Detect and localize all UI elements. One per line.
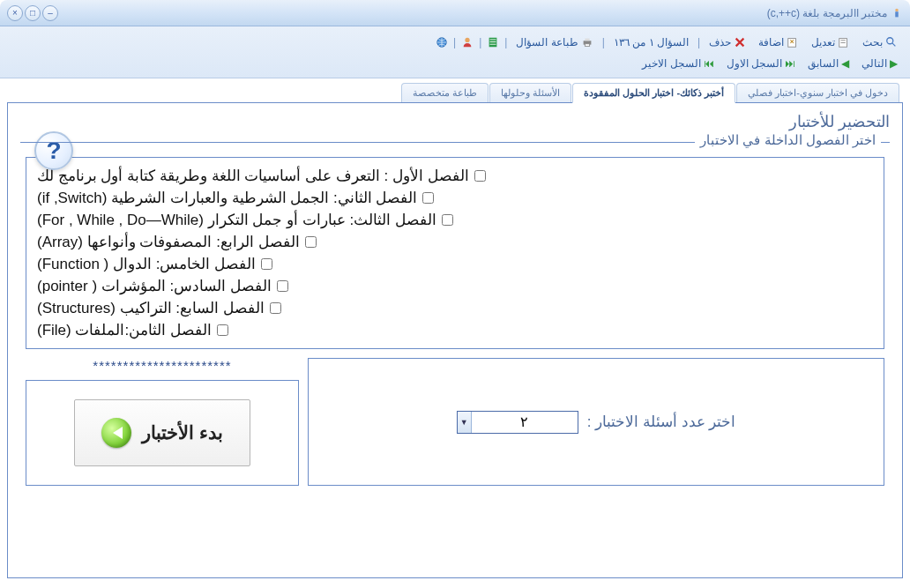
nav-prev[interactable]: السابق ◀ — [804, 56, 853, 71]
delete-label: حذف — [709, 36, 731, 48]
question-count-box: اختر عدد أسئلة الاختبار : ▼ — [308, 358, 884, 486]
chapter-row: الفصل الأول : التعرف على أساسيات اللغة و… — [34, 165, 876, 187]
chapter-checkbox-7[interactable] — [270, 302, 281, 314]
play-icon — [101, 418, 131, 448]
chapter-label: الفصل السادس: المؤشرات ( pointer) — [37, 277, 272, 295]
chapter-row: الفصل الثاني: الجمل الشرطية والعبارات ال… — [34, 187, 876, 209]
maximize-button[interactable]: □ — [25, 5, 41, 21]
nav-last[interactable]: السجل الاخير ⏮ — [638, 56, 717, 71]
search-icon — [885, 36, 898, 48]
tabs: دخول في اختبار سنوي-اختبار فصلي أختبر ذك… — [7, 82, 903, 102]
svg-rect-6 — [490, 41, 496, 42]
nav-first[interactable]: السجل الاول ⏭ — [723, 56, 799, 71]
tab-test-intelligence[interactable]: أختبر ذكائك- اختبار الحلول المفقودة — [572, 83, 735, 103]
edit-icon — [838, 36, 850, 48]
chapter-label: الفصل الخامس: الدوال ( Function) — [37, 255, 256, 273]
edit-label: تعديل — [811, 36, 835, 48]
printer-icon — [581, 36, 593, 48]
svg-point-15 — [887, 38, 893, 44]
svg-rect-9 — [585, 39, 589, 41]
chapter-label: الفصل الثالث: عبارات أو جمل التكرار (For… — [37, 211, 436, 229]
chapter-checkbox-3[interactable] — [442, 214, 453, 226]
chapter-row: الفصل الثالث: عبارات أو جمل التكرار (For… — [34, 209, 876, 231]
chapter-label: الفصل الثامن:الملفات (File) — [37, 321, 212, 339]
question-count-label: اختر عدد أسئلة الاختبار : — [587, 413, 736, 431]
minimize-button[interactable]: – — [42, 5, 58, 21]
add-button[interactable]: اضافة — [755, 34, 802, 50]
main-panel: ? التحضير للأختبار اختر الفصول الداخلة ف… — [7, 102, 903, 578]
next-icon: ▶ — [890, 57, 898, 70]
sheet-icon[interactable] — [487, 36, 499, 48]
nav-prev-label: السابق — [808, 57, 839, 70]
chapter-row: الفصل الرابع: المصفوفات وأنواعها (Array) — [34, 231, 876, 253]
toolbar-row-1: | | | طباعة السؤال | السؤال ١ من ١٣٦ | ح… — [9, 32, 901, 53]
search-label: بحث — [862, 36, 883, 48]
start-column: *********************** بدء الأختبار — [26, 358, 299, 486]
edit-button[interactable]: تعديل — [808, 34, 854, 50]
svg-rect-13 — [841, 40, 846, 41]
svg-rect-7 — [490, 44, 496, 45]
svg-rect-10 — [585, 44, 589, 47]
chapter-checkbox-4[interactable] — [305, 236, 317, 248]
bottom-row: اختر عدد أسئلة الاختبار : ▼ ************… — [26, 358, 884, 486]
globe-icon[interactable] — [436, 36, 448, 48]
nav-first-label: السجل الاول — [727, 57, 782, 70]
question-counter: السؤال ١ من ١٣٦ — [610, 34, 692, 50]
help-icon: ? — [46, 137, 61, 165]
svg-rect-11 — [788, 39, 796, 48]
tab-enter-exam[interactable]: دخول في اختبار سنوي-اختبار فصلي — [736, 83, 899, 103]
chapter-checkbox-8[interactable] — [217, 324, 228, 336]
user-icon[interactable] — [461, 36, 474, 48]
question-count-select[interactable]: ▼ — [457, 411, 578, 434]
delete-button[interactable]: حذف — [705, 34, 750, 50]
window-title-wrap: مختبر االبرمجة بلغة (c,++c) — [767, 7, 903, 19]
chevron-down-icon[interactable]: ▼ — [458, 412, 472, 433]
print-question-label: طباعة السؤال — [516, 36, 578, 48]
chapter-label: الفصل الأول : التعرف على أساسيات اللغة و… — [37, 167, 469, 185]
chapters-list: الفصل الأول : التعرف على أساسيات اللغة و… — [26, 157, 884, 349]
stars-decoration: *********************** — [26, 358, 299, 373]
chapter-label: الفصل الثاني: الجمل الشرطية والعبارات ال… — [37, 189, 417, 207]
chapter-checkbox-2[interactable] — [422, 192, 434, 204]
window-controls: × □ – — [7, 5, 58, 21]
chapter-checkbox-1[interactable] — [474, 170, 486, 182]
start-label: بدء الأختبار — [142, 422, 223, 443]
chapter-row: الفصل الخامس: الدوال ( Function) — [34, 253, 876, 275]
chapter-checkbox-6[interactable] — [277, 280, 288, 292]
svg-rect-1 — [895, 11, 899, 17]
title-bar: مختبر االبرمجة بلغة (c,++c) × □ – — [0, 0, 910, 26]
chapter-checkbox-5[interactable] — [261, 258, 272, 270]
nav-next[interactable]: التالي ▶ — [858, 56, 901, 71]
svg-rect-5 — [490, 40, 496, 41]
chapter-row: الفصل السادس: المؤشرات ( pointer) — [34, 275, 876, 297]
svg-rect-14 — [841, 42, 846, 43]
chapters-label: اختر الفصول الداخلة في الاختبار — [695, 132, 881, 148]
tab-custom-print[interactable]: طباعة متخصصة — [401, 83, 489, 103]
panel-title: التحضير للأختبار — [20, 112, 890, 131]
chapter-row: الفصل السابع: التراكيب (Structures) — [34, 297, 876, 319]
toolbar: | | | طباعة السؤال | السؤال ١ من ١٣٦ | ح… — [0, 26, 910, 78]
nav-next-label: التالي — [862, 57, 887, 70]
help-button[interactable]: ? — [34, 131, 73, 170]
chapter-label: الفصل الرابع: المصفوفات وأنواعها (Array) — [37, 233, 300, 251]
delete-icon — [734, 36, 746, 48]
svg-point-0 — [895, 8, 899, 11]
toolbar-row-2: السجل الاخير ⏮ السجل الاول ⏭ السابق ◀ ال… — [9, 53, 901, 74]
close-button[interactable]: × — [7, 5, 23, 21]
print-question-button[interactable]: طباعة السؤال — [512, 34, 596, 50]
question-count-input[interactable] — [472, 412, 578, 433]
add-icon — [787, 36, 799, 48]
content-area: دخول في اختبار سنوي-اختبار فصلي أختبر ذك… — [0, 78, 910, 582]
start-exam-button[interactable]: بدء الأختبار — [74, 399, 250, 466]
chapter-row: الفصل الثامن:الملفات (File) — [34, 319, 876, 341]
search-button[interactable]: بحث — [859, 34, 901, 50]
start-button-wrap: بدء الأختبار — [26, 380, 299, 486]
last-icon: ⏮ — [704, 57, 714, 70]
chapter-label: الفصل السابع: التراكيب (Structures) — [37, 299, 265, 317]
nav-last-label: السجل الاخير — [642, 57, 700, 70]
window-title: مختبر االبرمجة بلغة (c,++c) — [767, 7, 887, 19]
prev-icon: ◀ — [841, 57, 849, 70]
first-icon: ⏭ — [785, 57, 795, 70]
tab-questions-solutions[interactable]: الأسئلة وحلولها — [489, 83, 571, 103]
app-icon — [891, 7, 903, 19]
